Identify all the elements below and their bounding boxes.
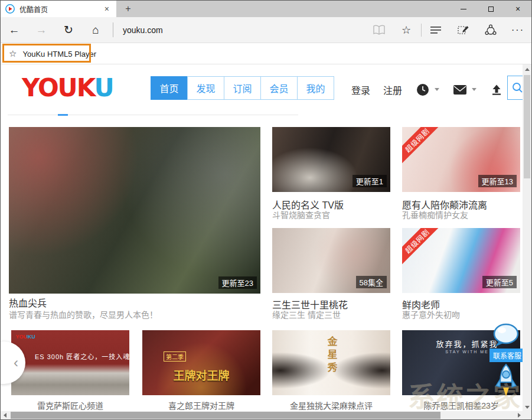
customer-service-widget: 联系客服 xyxy=(489,323,523,400)
bookmark-youku-html5-player[interactable]: ☆ YouKu HTML5 Player xyxy=(4,46,105,61)
history-button[interactable] xyxy=(416,83,439,96)
episode-badge: 更新至5 xyxy=(482,276,517,288)
title-bar: 优酷首页 × + × xyxy=(1,1,531,17)
video-thumbnail[interactable]: 金星秀 xyxy=(272,330,390,395)
video-thumbnail-featured[interactable]: 更新至23 xyxy=(9,127,260,294)
video-thumbnail[interactable]: 第二季 王牌对王牌 xyxy=(142,330,260,395)
video-desc[interactable]: 惠子意外失初吻 xyxy=(402,308,460,320)
minimize-button[interactable] xyxy=(450,1,477,17)
close-button[interactable]: × xyxy=(504,1,531,17)
video-title[interactable]: 雷克萨斯匠心频道 xyxy=(11,399,129,411)
mail-icon xyxy=(453,85,466,95)
video-desc[interactable]: 缘定三生 情定三世 xyxy=(272,308,341,320)
more-actions-button[interactable]: ··· xyxy=(504,17,531,43)
scroll-right-icon[interactable] xyxy=(518,413,521,418)
thumbnail-overlay-text: 王牌对王牌 xyxy=(173,367,229,383)
search-icon xyxy=(512,82,523,93)
navigation-toolbar: ← → ↻ ⌂ youku.com ☆ xyxy=(1,17,531,43)
youku-logo[interactable]: YOUKU xyxy=(22,73,113,102)
home-button[interactable]: ⌂ xyxy=(82,17,109,43)
minimize-icon xyxy=(461,9,466,9)
vertical-scrollbar[interactable] xyxy=(523,64,531,412)
login-link[interactable]: 登录 xyxy=(351,83,370,97)
browser-tab[interactable]: 优酷首页 × xyxy=(1,1,116,17)
contact-service-button[interactable]: 联系客服 xyxy=(489,349,525,362)
video-title[interactable]: 陈乔恩王凯相差23岁 xyxy=(402,399,520,411)
toolbar-divider xyxy=(421,24,422,37)
horizontal-scrollbar[interactable] xyxy=(1,411,524,419)
refresh-button[interactable]: ↻ xyxy=(55,17,82,43)
upload-icon xyxy=(491,84,502,96)
carousel-indicator-track xyxy=(8,115,298,115)
video-title[interactable]: 热血尖兵 xyxy=(9,295,47,310)
site-header: YOUKU 首页 发现 订阅 会员 我的 登录 注册 xyxy=(1,64,524,115)
super-web-drama-ribbon: 超级网剧 xyxy=(402,228,443,267)
video-title[interactable]: 金星独挑大梁麻辣点评 xyxy=(272,399,390,411)
logo-text-blue: U xyxy=(94,73,113,102)
vertical-scrollbar-thumb[interactable] xyxy=(524,75,530,178)
episode-badge: 更新至23 xyxy=(218,276,257,289)
reading-view-button[interactable] xyxy=(365,17,393,43)
mail-button[interactable] xyxy=(453,85,476,95)
thumbnail-overlay-text: 放弃我，抓紧我 xyxy=(436,338,498,349)
thumbnail-overlay-text: ES 300h 匠者之心，一技入魂 xyxy=(35,351,129,361)
site-tab-vip[interactable]: 会员 xyxy=(260,76,298,100)
register-link[interactable]: 注册 xyxy=(383,83,402,97)
thumbnail-overlay-text: 金星秀 xyxy=(324,336,339,375)
horizontal-scrollbar-thumb[interactable] xyxy=(11,412,440,419)
carousel-indicator-active xyxy=(58,114,68,116)
forward-button[interactable]: → xyxy=(28,17,55,43)
share-button[interactable] xyxy=(477,17,504,43)
favorites-button[interactable]: ☆ xyxy=(393,17,420,43)
share-icon xyxy=(485,24,497,36)
video-title[interactable]: 喜之郎王牌对王牌 xyxy=(142,399,260,411)
video-desc[interactable]: 孔垂楠痴情护女友 xyxy=(402,209,468,220)
window-controls: × xyxy=(450,1,531,17)
site-tab-home[interactable]: 首页 xyxy=(151,76,188,100)
site-tab-discover[interactable]: 发现 xyxy=(187,76,224,100)
chevron-left-icon: ‹ xyxy=(14,354,18,371)
scroll-left-icon[interactable] xyxy=(4,413,6,418)
video-desc[interactable]: 斗智烧脑查贪官 xyxy=(272,209,330,220)
youku-favicon-icon xyxy=(5,4,15,14)
video-thumbnail[interactable]: YOUKU ES 300h 匠者之心，一技入魂 xyxy=(11,330,129,395)
thumbnail-season-tag: 第二季 xyxy=(164,351,186,362)
video-thumbnail[interactable]: 超级网剧 更新至13 xyxy=(402,127,520,192)
video-thumbnail[interactable]: 更新至1 xyxy=(272,127,390,192)
logo-text-red: YOUK xyxy=(22,73,94,102)
bookmark-label: YouKu HTML5 Player xyxy=(22,50,105,58)
maximize-icon xyxy=(488,6,494,12)
episode-badge: 更新至1 xyxy=(353,175,387,187)
site-tab-subscribe[interactable]: 订阅 xyxy=(224,76,261,100)
tab-title: 优酷首页 xyxy=(19,4,102,14)
service-bubble-icon[interactable] xyxy=(492,323,520,348)
address-bar[interactable]: youku.com xyxy=(113,22,365,37)
web-note-icon xyxy=(458,24,469,36)
site-nav: 首页 发现 订阅 会员 我的 xyxy=(151,76,334,100)
book-icon xyxy=(373,25,386,35)
super-web-drama-ribbon: 超级网剧 xyxy=(402,127,443,166)
video-thumbnail[interactable]: 超级网剧 更新至5 xyxy=(402,228,520,293)
scroll-up-icon[interactable] xyxy=(525,68,530,71)
hub-icon xyxy=(430,26,442,34)
new-tab-button[interactable]: + xyxy=(118,1,139,17)
video-desc[interactable]: 谱写青春与热血的赞歌，尽显男人本色！ xyxy=(9,308,158,320)
chevron-down-icon xyxy=(435,88,439,91)
hub-button[interactable] xyxy=(423,17,450,43)
web-note-button[interactable] xyxy=(450,17,477,43)
tab-close-icon[interactable]: × xyxy=(102,4,112,14)
scroll-down-icon[interactable] xyxy=(525,406,530,409)
header-right-group: 登录 注册 xyxy=(351,64,513,115)
back-to-top-rocket-icon[interactable] xyxy=(495,363,517,398)
browser-window: 优酷首页 × + × ← → ↻ ⌂ youku.com ☆ xyxy=(0,0,532,420)
site-tab-mine[interactable]: 我的 xyxy=(297,76,334,100)
thumbnail-brand-logo: YOUKU xyxy=(16,334,35,340)
scrollbar-corner xyxy=(523,411,531,419)
maximize-button[interactable] xyxy=(477,1,504,17)
back-button[interactable]: ← xyxy=(1,17,28,43)
bookmark-star-icon: ☆ xyxy=(9,48,17,59)
favorites-bar: ☆ YouKu HTML5 Player xyxy=(1,43,531,64)
thumbnail-overlay-subtext: STAY WITH ME xyxy=(445,350,488,354)
video-thumbnail[interactable]: 58集全 xyxy=(272,228,390,293)
episode-badge: 58集全 xyxy=(356,276,387,288)
